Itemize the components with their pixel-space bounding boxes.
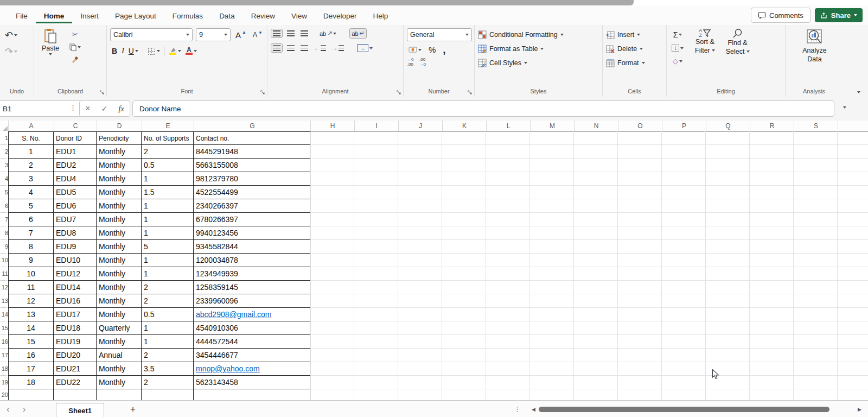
align-bottom-button[interactable] — [299, 29, 310, 37]
row-header-10[interactable]: 10 — [0, 254, 8, 267]
cells-item-format[interactable]: Format — [606, 57, 664, 69]
table-cell[interactable]: Quarterly — [97, 321, 142, 335]
column-header-J[interactable]: J — [399, 121, 443, 131]
comma-style-button[interactable]: , — [441, 46, 447, 54]
comments-button[interactable]: Comments — [751, 8, 810, 23]
table-cell[interactable]: 14 — [8, 321, 54, 335]
table-cell[interactable]: 11 — [8, 281, 54, 294]
font-size-select[interactable]: 9 — [196, 28, 231, 41]
number-format-select[interactable]: General — [407, 28, 472, 41]
table-cell[interactable]: EDU10 — [54, 254, 97, 267]
column-header-G[interactable]: G — [194, 121, 311, 131]
table-cell[interactable]: 6780266397 — [194, 213, 310, 226]
table-cell[interactable]: EDU19 — [54, 335, 97, 349]
row-header-13[interactable]: 13 — [0, 294, 8, 308]
font-name-select[interactable]: Calibri — [110, 28, 193, 41]
column-header-D[interactable]: D — [97, 121, 142, 131]
table-cell[interactable]: 2339960096 — [194, 294, 310, 308]
expand-formula-bar-chevron-icon[interactable] — [843, 106, 846, 109]
column-header-I[interactable]: I — [355, 121, 399, 131]
row-header-17[interactable]: 17 — [0, 349, 8, 362]
clipboard-dialog-launcher[interactable] — [100, 90, 105, 95]
row-header-6[interactable]: 6 — [0, 199, 8, 213]
table-cell[interactable]: Annual — [97, 349, 142, 362]
table-cell[interactable]: Monthly — [97, 240, 142, 254]
font-dialog-launcher[interactable] — [260, 90, 265, 95]
table-cell[interactable]: EDU21 — [54, 362, 97, 376]
table-cell[interactable]: Monthly — [97, 281, 142, 294]
increase-decimal-button[interactable]: ←0.00 — [407, 57, 413, 67]
table-cell[interactable]: Monthly — [97, 267, 142, 281]
column-header-L[interactable]: L — [487, 121, 531, 131]
table-cell[interactable]: EDU14 — [54, 281, 97, 294]
table-cell[interactable]: 8 — [8, 240, 54, 254]
table-cell[interactable]: 1 — [142, 335, 194, 349]
format-painter-button[interactable] — [68, 55, 82, 64]
table-cell[interactable]: 13 — [8, 308, 54, 321]
table-cell[interactable]: EDU8 — [54, 226, 97, 240]
increase-indent-button[interactable]: → — [330, 44, 346, 52]
row-header-19[interactable]: 19 — [0, 376, 8, 389]
header-cell[interactable]: Donor ID — [54, 131, 97, 145]
table-cell[interactable]: 3.5 — [142, 362, 194, 376]
header-cell[interactable]: Periodicity — [97, 131, 142, 145]
table-cell[interactable]: EDU1 — [54, 145, 97, 159]
row-header-8[interactable]: 8 — [0, 226, 8, 240]
align-center-button[interactable] — [285, 44, 296, 52]
table-cell[interactable]: EDU17 — [54, 308, 97, 321]
table-cell[interactable]: 3 — [8, 172, 54, 186]
collapse-ribbon-chevron-icon[interactable] — [857, 91, 860, 93]
table-cell[interactable]: 4 — [8, 186, 54, 199]
scrollbar-track[interactable] — [539, 406, 854, 413]
align-right-button[interactable] — [299, 44, 310, 52]
header-cell[interactable]: No. of Supports — [142, 131, 194, 145]
column-header-N[interactable]: N — [575, 121, 618, 131]
row-header-3[interactable]: 3 — [0, 159, 8, 172]
horizontal-scrollbar[interactable]: ◀ ▶ — [528, 406, 865, 413]
formula-bar-dots-handle[interactable]: ⋮ — [69, 104, 76, 112]
number-dialog-launcher[interactable] — [468, 90, 473, 95]
styles-item-cell-styles[interactable]: Cell Styles — [478, 57, 600, 69]
italic-button[interactable]: I — [120, 46, 126, 56]
table-cell[interactable]: 5623143458 — [194, 376, 310, 389]
column-header-P[interactable]: P — [662, 121, 706, 131]
row-header-16[interactable]: 16 — [0, 335, 8, 349]
table-cell[interactable]: 4540910306 — [194, 321, 310, 335]
table-cell[interactable]: 4522554499 — [194, 186, 310, 199]
table-cell[interactable]: 0.5 — [142, 308, 194, 321]
table-cell[interactable]: Monthly — [97, 376, 142, 389]
table-cell[interactable]: 2340266397 — [194, 199, 310, 213]
tabbar-resize-handle[interactable]: ⋮ — [514, 405, 521, 413]
wrap-text-button[interactable]: ab ↵ — [349, 28, 366, 39]
table-cell[interactable]: 1234949939 — [194, 267, 310, 281]
undo-button[interactable]: ↶ — [3, 28, 19, 42]
underline-button[interactable]: U — [127, 46, 140, 56]
cells-item-insert[interactable]: Insert — [606, 29, 664, 41]
table-cell[interactable]: 9940123456 — [194, 226, 310, 240]
table-cell[interactable]: 1200034878 — [194, 254, 310, 267]
styles-item-conditional-formatting[interactable]: Conditional Formatting — [478, 29, 600, 41]
bold-button[interactable]: B — [110, 46, 119, 56]
table-cell[interactable]: Monthly — [97, 172, 142, 186]
table-cell[interactable]: 3454446677 — [194, 349, 310, 362]
header-cell[interactable]: S. No. — [8, 131, 54, 145]
table-cell[interactable]: 1 — [142, 213, 194, 226]
table-cell[interactable]: Monthly — [97, 199, 142, 213]
merge-center-button[interactable]: ↔ — [356, 43, 374, 53]
table-cell[interactable]: 1 — [142, 254, 194, 267]
table-cell[interactable]: 16 — [8, 349, 54, 362]
decrease-indent-button[interactable]: ← — [312, 44, 328, 52]
prev-sheet-arrow[interactable]: ‹ — [0, 404, 16, 415]
share-button[interactable]: Share — [815, 8, 863, 22]
fill-color-button[interactable] — [168, 46, 183, 56]
column-header-C[interactable]: C — [54, 121, 97, 131]
row-header-18[interactable]: 18 — [0, 362, 8, 376]
scroll-right-arrow[interactable]: ▶ — [854, 407, 865, 412]
accounting-format-button[interactable] — [407, 46, 423, 54]
row-header-20[interactable]: 20 — [0, 389, 8, 400]
table-cell[interactable]: 9812379780 — [194, 172, 310, 186]
copy-button[interactable] — [68, 42, 82, 52]
scroll-left-arrow[interactable]: ◀ — [528, 407, 539, 412]
empty-cell[interactable] — [194, 389, 310, 400]
find-select-button[interactable]: Find & Select — [722, 28, 754, 56]
